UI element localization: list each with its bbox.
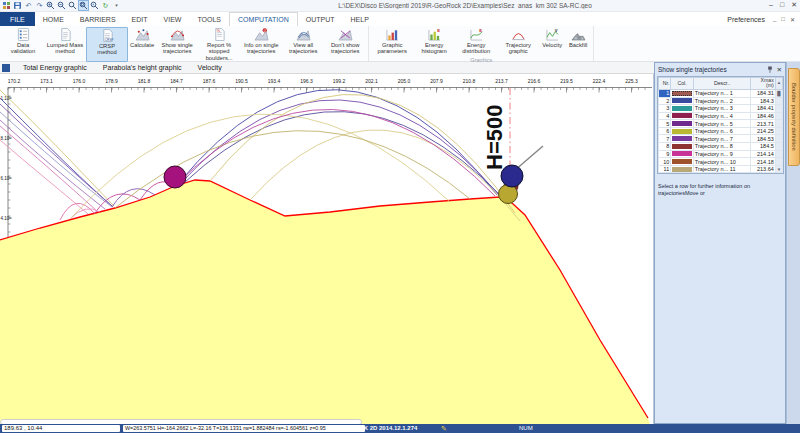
table-row[interactable]: 3Trajectory n... 3184.41 [659,105,783,113]
color-swatch [672,144,692,149]
app-version-label: GEOROCK 2D 2014.12.1.274 [337,425,417,432]
tab-total-energy-graphic[interactable]: Total Energy graphic [15,64,95,71]
svg-text:184.7: 184.7 [170,78,183,84]
table-row[interactable]: 10Trajectory n... 10214.18 [659,158,783,166]
doc-restore-button[interactable]: □ [781,16,785,23]
zoom-window-icon[interactable] [79,1,88,10]
svg-text:210.8: 210.8 [463,78,476,84]
col-header-xmax[interactable]: Xmax (m) [751,78,776,90]
table-row[interactable]: 5Trajectory n... 5213.71 [659,120,783,128]
energy-distribution-button[interactable]: E Energy distribution [455,27,497,56]
table-row[interactable]: 11Trajectory n... 11213.64▼ [659,165,783,173]
svg-text:V: V [554,28,557,33]
trajectory-canvas[interactable]: 170.2173.1176.0178.9181.8184.7187.6190.5… [0,74,654,424]
dont-show-trajectories-button[interactable]: Don't show trajectories [324,27,366,62]
tab-home[interactable]: HOME [35,12,72,26]
info-single-trajectories-button[interactable]: 0 Info on single trajectories [240,27,282,62]
graphic-parameters-button[interactable]: Graphic parameters [371,27,413,56]
energy-histogram-button[interactable]: E Energy histogram [413,27,455,56]
tab-edit[interactable]: EDIT [124,12,156,26]
document-crsp-icon: CRSP [100,29,115,42]
view-all-trajectories-button[interactable]: View all trajectories [282,27,324,62]
tab-output[interactable]: OUTPUT [298,12,343,26]
svg-text:196.3: 196.3 [300,78,313,84]
panel-close-icon[interactable]: ✕ [777,66,782,73]
table-row[interactable]: 4Trajectory n... 4184.46 [659,112,783,120]
trajectory-curve-icon [511,28,526,41]
trajectory-table: Nr. Col. Descr.. Xmax (m) ▲ 1Trajectory … [657,76,784,174]
table-row[interactable]: 9Trajectory n... 9214.14 [659,150,783,158]
velocity-button[interactable]: V Velocity [539,27,565,56]
table-row[interactable]: 6Trajectory n... 6214.25 [659,127,783,135]
app-grid-icon[interactable] [2,1,11,10]
tab-file[interactable]: FILE [0,12,35,26]
trajectory-table-body: 1Trajectory n... 1184.31█2Trajectory n..… [659,89,783,173]
x-axis-ticks: 170.2173.1176.0178.9181.8184.7187.6190.5… [8,78,645,93]
table-row[interactable]: 8Trajectory n... 8184.5 [659,143,783,151]
svg-text:4.10¹: 4.10¹ [1,216,12,221]
energy-distribution-icon: E [469,28,484,41]
mountain-info-icon: 0 [254,28,269,41]
calculate-button[interactable]: Calculate [128,27,156,62]
crsp-method-button[interactable]: CRSP CRSP method [86,27,128,62]
tab-help[interactable]: HELP [343,12,377,26]
h-marker-label: H=500 [482,105,507,170]
zoom-in-icon[interactable] [46,1,55,10]
svg-text:222.4: 222.4 [593,78,606,84]
tab-velocity-graphic[interactable]: Velocity [190,64,230,71]
table-row[interactable]: 1Trajectory n... 1184.31█ [659,89,783,97]
color-swatch [672,91,692,96]
doc-close-button[interactable]: ✕ [790,16,795,23]
boulder-property-definition-tab[interactable]: Boulder property definition [788,68,800,166]
report-stopped-boulders-button[interactable]: % Report % stopped boulders... [198,27,240,62]
trajectory-graphic-button[interactable]: Trajectory graphic [497,27,539,56]
zoom-out-icon[interactable] [57,1,66,10]
color-swatch [672,159,692,164]
svg-text:199.2: 199.2 [333,78,346,84]
zoom-previous-icon[interactable] [90,1,99,10]
backfill-button[interactable]: Backfill [565,27,591,56]
zoom-extents-icon[interactable] [68,1,77,10]
status-bar: 189.63 , 10.44 W=263.5751 H=-164.2662 L=… [0,424,800,433]
svg-text:E: E [479,28,482,33]
pin-icon[interactable] [767,66,773,73]
terrain-fill [0,180,650,424]
maximize-button[interactable]: □ [780,1,784,9]
bar-chart-icon [385,28,400,41]
svg-text:190.5: 190.5 [235,78,248,84]
quick-access-toolbar: ↶ ↷ ↻ ▾ [2,1,121,10]
refresh-icon[interactable]: ↻ [101,1,110,10]
table-row[interactable]: 7Trajectory n... 7184.53 [659,135,783,143]
svg-text:225.3: 225.3 [625,78,638,84]
redo-icon[interactable]: ↷ [35,1,44,10]
tab-barriers[interactable]: BARRIERS [72,12,124,26]
preferences-button[interactable]: Preferences [727,16,765,23]
lumped-mass-method-button[interactable]: Lumped Mass method [44,27,86,62]
tab-tools[interactable]: TOOLS [189,12,229,26]
col-header-descr[interactable]: Descr.. [693,78,750,90]
backfill-icon [571,28,586,41]
tab-computation[interactable]: COMPUTATION [229,12,298,26]
svg-text:187.6: 187.6 [203,78,216,84]
graphic-view-tabs: Total Energy graphic Parabola's height g… [0,62,654,74]
color-swatch [672,98,692,103]
velocity-icon: V [545,28,560,41]
tab-view[interactable]: VIEW [156,12,190,26]
minimize-button[interactable]: – [769,1,773,9]
close-button[interactable]: ✕ [791,1,797,9]
qat-dropdown-icon[interactable]: ▾ [112,1,121,10]
doc-minimize-button[interactable]: _ [773,16,776,23]
tab-parabola-height-graphic[interactable]: Parabola's height graphic [95,64,190,71]
undo-icon[interactable]: ↶ [24,1,33,10]
data-validation-button[interactable]: Data validation [2,27,44,62]
table-scrollbar[interactable]: ▲ [775,78,782,90]
svg-text:176.0: 176.0 [73,78,86,84]
svg-text:170.2: 170.2 [8,78,21,84]
show-single-trajectories-button[interactable]: Show single trajectories [156,27,198,62]
col-header-col[interactable]: Col. [671,78,694,90]
col-header-nr[interactable]: Nr. [659,78,671,90]
mountain-calc-icon [135,28,150,41]
save-icon[interactable] [13,1,22,10]
color-swatch [672,121,692,126]
table-row[interactable]: 2Trajectory n... 2184.3 [659,97,783,105]
